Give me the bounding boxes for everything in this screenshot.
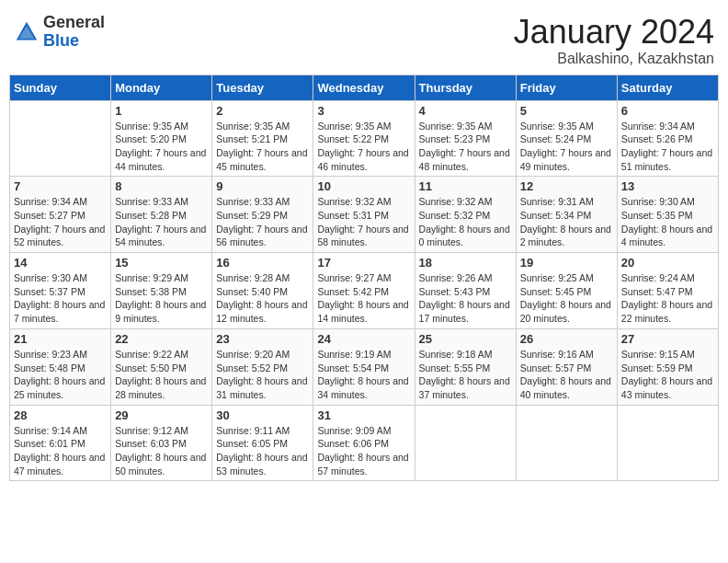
calendar-cell: 15Sunrise: 9:29 AMSunset: 5:38 PMDayligh…	[111, 253, 212, 329]
location-subtitle: Balkashino, Kazakhstan	[514, 51, 714, 67]
logo-text: General Blue	[43, 14, 105, 51]
calendar-week-row: 14Sunrise: 9:30 AMSunset: 5:37 PMDayligh…	[10, 253, 719, 329]
day-number: 19	[520, 256, 613, 270]
day-number: 15	[115, 256, 208, 270]
calendar-cell: 8Sunrise: 9:33 AMSunset: 5:28 PMDaylight…	[111, 177, 212, 253]
calendar-table: SundayMondayTuesdayWednesdayThursdayFrid…	[9, 75, 719, 482]
day-info: Sunrise: 9:25 AMSunset: 5:45 PMDaylight:…	[520, 271, 613, 326]
day-info: Sunrise: 9:35 AMSunset: 5:23 PMDaylight:…	[419, 120, 512, 174]
column-header-monday: Monday	[111, 75, 212, 100]
day-number: 22	[115, 332, 208, 346]
day-info: Sunrise: 9:18 AMSunset: 5:55 PMDaylight:…	[419, 348, 512, 402]
calendar-cell: 26Sunrise: 9:16 AMSunset: 5:57 PMDayligh…	[516, 328, 617, 405]
calendar-cell: 17Sunrise: 9:27 AMSunset: 5:42 PMDayligh…	[313, 253, 415, 329]
calendar-week-row: 28Sunrise: 9:14 AMSunset: 6:01 PMDayligh…	[10, 405, 719, 481]
day-number: 7	[14, 179, 107, 193]
calendar-cell: 19Sunrise: 9:25 AMSunset: 5:45 PMDayligh…	[516, 253, 617, 329]
day-info: Sunrise: 9:31 AMSunset: 5:34 PMDaylight:…	[520, 195, 613, 249]
day-info: Sunrise: 9:30 AMSunset: 5:37 PMDaylight:…	[14, 271, 107, 326]
day-info: Sunrise: 9:22 AMSunset: 5:50 PMDaylight:…	[115, 348, 208, 402]
day-number: 10	[317, 179, 410, 193]
day-info: Sunrise: 9:34 AMSunset: 5:26 PMDaylight:…	[621, 120, 714, 174]
day-info: Sunrise: 9:35 AMSunset: 5:24 PMDaylight:…	[520, 120, 613, 174]
day-number: 2	[216, 104, 309, 118]
day-number: 9	[216, 179, 309, 193]
calendar-cell	[617, 405, 718, 481]
calendar-cell: 10Sunrise: 9:32 AMSunset: 5:31 PMDayligh…	[313, 177, 415, 253]
calendar-cell: 1Sunrise: 9:35 AMSunset: 5:20 PMDaylight…	[111, 100, 212, 177]
calendar-cell: 4Sunrise: 9:35 AMSunset: 5:23 PMDaylight…	[415, 100, 516, 177]
day-number: 18	[419, 256, 512, 270]
day-info: Sunrise: 9:33 AMSunset: 5:28 PMDaylight:…	[115, 195, 208, 249]
calendar-cell: 30Sunrise: 9:11 AMSunset: 6:05 PMDayligh…	[212, 405, 313, 481]
calendar-cell: 2Sunrise: 9:35 AMSunset: 5:21 PMDaylight…	[212, 100, 313, 177]
day-info: Sunrise: 9:14 AMSunset: 6:01 PMDaylight:…	[14, 424, 107, 478]
day-number: 25	[419, 332, 512, 346]
day-info: Sunrise: 9:20 AMSunset: 5:52 PMDaylight:…	[216, 348, 309, 402]
calendar-cell: 22Sunrise: 9:22 AMSunset: 5:50 PMDayligh…	[111, 328, 212, 405]
title-block: January 2024 Balkashino, Kazakhstan	[514, 14, 714, 67]
calendar-cell	[516, 405, 617, 481]
day-number: 23	[216, 332, 309, 346]
calendar-cell: 31Sunrise: 9:09 AMSunset: 6:06 PMDayligh…	[313, 405, 415, 481]
column-header-wednesday: Wednesday	[313, 75, 415, 100]
day-info: Sunrise: 9:35 AMSunset: 5:22 PMDaylight:…	[317, 120, 410, 174]
calendar-cell	[10, 100, 111, 177]
calendar-cell: 5Sunrise: 9:35 AMSunset: 5:24 PMDaylight…	[516, 100, 617, 177]
calendar-week-row: 1Sunrise: 9:35 AMSunset: 5:20 PMDaylight…	[10, 100, 719, 177]
day-number: 26	[520, 332, 613, 346]
day-info: Sunrise: 9:15 AMSunset: 5:59 PMDaylight:…	[621, 348, 714, 402]
day-info: Sunrise: 9:35 AMSunset: 5:21 PMDaylight:…	[216, 120, 309, 174]
day-info: Sunrise: 9:34 AMSunset: 5:27 PMDaylight:…	[14, 195, 107, 249]
day-info: Sunrise: 9:09 AMSunset: 6:06 PMDaylight:…	[317, 424, 410, 478]
page-header: General Blue January 2024 Balkashino, Ka…	[9, 9, 719, 67]
logo-icon	[14, 19, 40, 45]
day-number: 12	[520, 179, 613, 193]
day-number: 3	[317, 104, 410, 118]
day-info: Sunrise: 9:26 AMSunset: 5:43 PMDaylight:…	[419, 271, 512, 326]
day-number: 30	[216, 408, 309, 422]
day-info: Sunrise: 9:35 AMSunset: 5:20 PMDaylight:…	[115, 120, 208, 174]
day-number: 29	[115, 408, 208, 422]
calendar-cell: 21Sunrise: 9:23 AMSunset: 5:48 PMDayligh…	[10, 328, 111, 405]
day-info: Sunrise: 9:11 AMSunset: 6:05 PMDaylight:…	[216, 424, 309, 478]
day-info: Sunrise: 9:32 AMSunset: 5:32 PMDaylight:…	[419, 195, 512, 249]
day-info: Sunrise: 9:19 AMSunset: 5:54 PMDaylight:…	[317, 348, 410, 402]
calendar-cell: 18Sunrise: 9:26 AMSunset: 5:43 PMDayligh…	[415, 253, 516, 329]
calendar-week-row: 21Sunrise: 9:23 AMSunset: 5:48 PMDayligh…	[10, 328, 719, 405]
calendar-header-row: SundayMondayTuesdayWednesdayThursdayFrid…	[10, 75, 719, 100]
column-header-thursday: Thursday	[415, 75, 516, 100]
day-number: 24	[317, 332, 410, 346]
day-number: 16	[216, 256, 309, 270]
calendar-cell: 13Sunrise: 9:30 AMSunset: 5:35 PMDayligh…	[617, 177, 718, 253]
calendar-cell: 12Sunrise: 9:31 AMSunset: 5:34 PMDayligh…	[516, 177, 617, 253]
day-info: Sunrise: 9:27 AMSunset: 5:42 PMDaylight:…	[317, 271, 410, 326]
calendar-week-row: 7Sunrise: 9:34 AMSunset: 5:27 PMDaylight…	[10, 177, 719, 253]
calendar-cell: 6Sunrise: 9:34 AMSunset: 5:26 PMDaylight…	[617, 100, 718, 177]
calendar-cell: 20Sunrise: 9:24 AMSunset: 5:47 PMDayligh…	[617, 253, 718, 329]
calendar-cell: 25Sunrise: 9:18 AMSunset: 5:55 PMDayligh…	[415, 328, 516, 405]
day-info: Sunrise: 9:24 AMSunset: 5:47 PMDaylight:…	[621, 271, 714, 326]
calendar-cell: 7Sunrise: 9:34 AMSunset: 5:27 PMDaylight…	[10, 177, 111, 253]
day-number: 20	[621, 256, 714, 270]
calendar-cell: 29Sunrise: 9:12 AMSunset: 6:03 PMDayligh…	[111, 405, 212, 481]
day-info: Sunrise: 9:29 AMSunset: 5:38 PMDaylight:…	[115, 271, 208, 326]
calendar-cell: 16Sunrise: 9:28 AMSunset: 5:40 PMDayligh…	[212, 253, 313, 329]
day-info: Sunrise: 9:16 AMSunset: 5:57 PMDaylight:…	[520, 348, 613, 402]
month-title: January 2024	[514, 14, 714, 51]
day-info: Sunrise: 9:32 AMSunset: 5:31 PMDaylight:…	[317, 195, 410, 249]
day-info: Sunrise: 9:12 AMSunset: 6:03 PMDaylight:…	[115, 424, 208, 478]
day-number: 6	[621, 104, 714, 118]
calendar-cell: 23Sunrise: 9:20 AMSunset: 5:52 PMDayligh…	[212, 328, 313, 405]
column-header-tuesday: Tuesday	[212, 75, 313, 100]
day-number: 11	[419, 179, 512, 193]
calendar-cell: 11Sunrise: 9:32 AMSunset: 5:32 PMDayligh…	[415, 177, 516, 253]
calendar-cell: 28Sunrise: 9:14 AMSunset: 6:01 PMDayligh…	[10, 405, 111, 481]
day-info: Sunrise: 9:33 AMSunset: 5:29 PMDaylight:…	[216, 195, 309, 249]
day-number: 28	[14, 408, 107, 422]
day-number: 4	[419, 104, 512, 118]
column-header-friday: Friday	[516, 75, 617, 100]
calendar-cell: 14Sunrise: 9:30 AMSunset: 5:37 PMDayligh…	[10, 253, 111, 329]
day-number: 14	[14, 256, 107, 270]
day-number: 21	[14, 332, 107, 346]
